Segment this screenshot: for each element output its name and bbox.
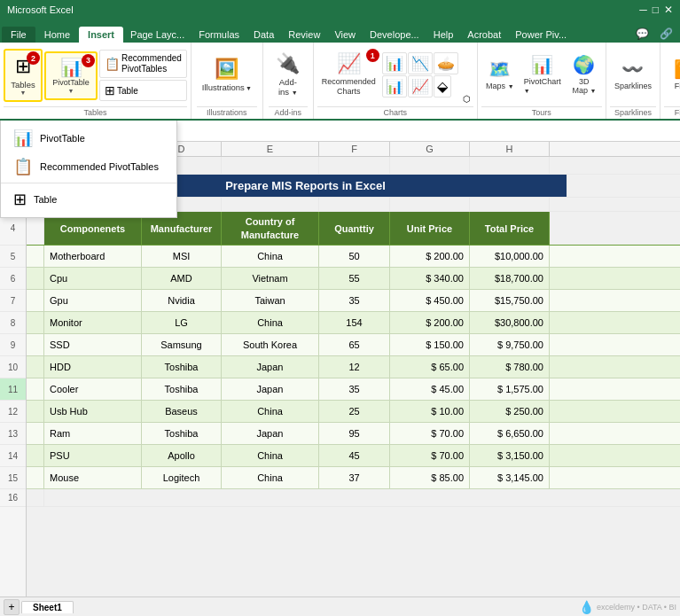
cell-unit-price-15[interactable]: $ 85.00 bbox=[390, 467, 470, 488]
cell-manufacturer-13[interactable]: Toshiba bbox=[142, 423, 222, 444]
tab-home[interactable]: Home bbox=[35, 27, 79, 43]
dropdown-item-recommended-pivottables[interactable]: 📋 Recommended PivotTables bbox=[1, 152, 176, 181]
cell-manufacturer-11[interactable]: Toshiba bbox=[142, 378, 222, 400]
cell-manufacturer-12[interactable]: Baseus bbox=[142, 401, 222, 422]
minimize-icon[interactable]: ─ bbox=[639, 4, 647, 16]
cell-qty-10[interactable]: 12 bbox=[319, 356, 390, 378]
cell-unit-price-10[interactable]: $ 65.00 bbox=[390, 356, 470, 378]
tab-help[interactable]: Help bbox=[426, 27, 461, 43]
cell-unit-price-12[interactable]: $ 10.00 bbox=[390, 401, 470, 422]
cell-country-11[interactable]: Japan bbox=[222, 378, 319, 400]
cell-qty-11[interactable]: 35 bbox=[319, 378, 390, 400]
tab-developer[interactable]: Develope... bbox=[363, 27, 426, 43]
dropdown-item-table[interactable]: ⊞ Table bbox=[1, 185, 176, 214]
cell-total-price-6[interactable]: $18,700.00 bbox=[470, 268, 550, 289]
cell-unit-price-13[interactable]: $ 70.00 bbox=[390, 423, 470, 444]
dialog-launcher-charts[interactable]: ⬡ bbox=[460, 93, 473, 105]
cell-unit-price-8[interactable]: $ 200.00 bbox=[390, 312, 470, 333]
cell-total-price-15[interactable]: $ 3,145.00 bbox=[470, 467, 550, 488]
cell-country-10[interactable]: Japan bbox=[222, 356, 319, 378]
comments-icon[interactable]: 💬 bbox=[630, 25, 654, 43]
cell-qty-13[interactable]: 95 bbox=[319, 423, 390, 444]
cell-total-price-8[interactable]: $30,800.00 bbox=[470, 312, 550, 333]
cell-qty-7[interactable]: 35 bbox=[319, 290, 390, 311]
recommended-charts-button[interactable]: 📈 1 RecommendedCharts bbox=[317, 48, 380, 101]
cell-country-13[interactable]: Japan bbox=[222, 423, 319, 444]
filters-button[interactable]: 🔽 Filters bbox=[664, 48, 680, 101]
tab-power-pivot[interactable]: Power Piv... bbox=[508, 27, 574, 43]
cell-component-12[interactable]: Usb Hub bbox=[44, 401, 142, 422]
maps-button[interactable]: 🗺️ Maps ▼ bbox=[481, 48, 519, 101]
cell-qty-12[interactable]: 25 bbox=[319, 401, 390, 422]
tab-data[interactable]: Data bbox=[246, 27, 281, 43]
tab-formulas[interactable]: Formulas bbox=[191, 27, 246, 43]
cell-manufacturer-15[interactable]: Logitech bbox=[142, 467, 222, 488]
cell-component-13[interactable]: Ram bbox=[44, 423, 142, 444]
cell-country-14[interactable]: China bbox=[222, 445, 319, 466]
tab-acrobat[interactable]: Acrobat bbox=[460, 27, 508, 43]
cell-manufacturer-6[interactable]: AMD bbox=[142, 268, 222, 289]
area-chart-button[interactable]: 📈 bbox=[408, 75, 433, 97]
cell-manufacturer-10[interactable]: Toshiba bbox=[142, 356, 222, 378]
cell-component-14[interactable]: PSU bbox=[44, 445, 142, 466]
cell-manufacturer-5[interactable]: MSI bbox=[142, 246, 222, 267]
maximize-icon[interactable]: □ bbox=[653, 4, 659, 16]
tab-view[interactable]: View bbox=[327, 27, 363, 43]
3dmap-button[interactable]: 🌍 3DMap ▼ bbox=[567, 48, 602, 101]
cell-total-price-9[interactable]: $ 9,750.00 bbox=[470, 334, 550, 355]
tab-review[interactable]: Review bbox=[281, 27, 327, 43]
cell-country-7[interactable]: Taiwan bbox=[222, 290, 319, 311]
new-sheet-button[interactable]: + bbox=[4, 599, 20, 615]
cell-component-8[interactable]: Monitor bbox=[44, 312, 142, 333]
cell-total-price-12[interactable]: $ 250.00 bbox=[470, 401, 550, 422]
cell-component-6[interactable]: Cpu bbox=[44, 268, 142, 289]
dropdown-item-pivottable[interactable]: 📊 PivotTable bbox=[1, 124, 176, 152]
cell-qty-9[interactable]: 65 bbox=[319, 334, 390, 355]
share-icon[interactable]: 🔗 bbox=[654, 25, 678, 43]
cell-total-price-5[interactable]: $10,000.00 bbox=[470, 246, 550, 267]
tab-file[interactable]: File bbox=[2, 27, 35, 43]
cell-manufacturer-9[interactable]: Samsung bbox=[142, 334, 222, 355]
addins-button[interactable]: 🔌 Add-ins ▼ bbox=[269, 48, 308, 101]
cell-unit-price-7[interactable]: $ 450.00 bbox=[390, 290, 470, 311]
cell-component-15[interactable]: Mouse bbox=[44, 467, 142, 488]
cell-qty-5[interactable]: 50 bbox=[319, 246, 390, 267]
recommended-pivottables-button[interactable]: 📋 RecommendedPivotTables bbox=[99, 50, 187, 78]
cell-component-10[interactable]: HDD bbox=[44, 356, 142, 378]
cell-total-price-13[interactable]: $ 6,650.00 bbox=[470, 423, 550, 444]
cell-manufacturer-8[interactable]: LG bbox=[142, 312, 222, 333]
cell-unit-price-14[interactable]: $ 70.00 bbox=[390, 445, 470, 466]
cell-country-12[interactable]: China bbox=[222, 401, 319, 422]
cell-unit-price-5[interactable]: $ 200.00 bbox=[390, 246, 470, 267]
cell-country-5[interactable]: China bbox=[222, 246, 319, 267]
pivottable-button[interactable]: 📊 PivotTable 3 ▼ bbox=[44, 51, 98, 100]
close-icon[interactable]: ✕ bbox=[664, 4, 673, 16]
pivotchart-button[interactable]: 📊 PivotChart ▼ bbox=[520, 48, 565, 101]
cell-manufacturer-14[interactable]: Apollo bbox=[142, 445, 222, 466]
cell-unit-price-9[interactable]: $ 150.00 bbox=[390, 334, 470, 355]
cell-component-7[interactable]: Gpu bbox=[44, 290, 142, 311]
cell-component-11[interactable]: Cooler bbox=[44, 378, 142, 400]
tab-insert[interactable]: Insert bbox=[79, 27, 123, 43]
cell-unit-price-6[interactable]: $ 340.00 bbox=[390, 268, 470, 289]
pie-chart-button[interactable]: 🥧 bbox=[434, 52, 458, 74]
tab-page-layout[interactable]: Page Layc... bbox=[123, 27, 191, 43]
illustrations-button[interactable]: 🖼️ Illustrations▼ bbox=[197, 48, 257, 101]
sheet-tab-sheet1[interactable]: Sheet1 bbox=[21, 601, 74, 613]
cell-country-9[interactable]: South Korea bbox=[222, 334, 319, 355]
cell-country-6[interactable]: Vietnam bbox=[222, 268, 319, 289]
cell-total-price-7[interactable]: $15,750.00 bbox=[470, 290, 550, 311]
cell-qty-6[interactable]: 55 bbox=[319, 268, 390, 289]
table-button[interactable]: ⊞ Table bbox=[99, 80, 187, 101]
cell-qty-8[interactable]: 154 bbox=[319, 312, 390, 333]
scatter-chart-button[interactable]: ⬙ bbox=[434, 75, 451, 97]
cell-total-price-14[interactable]: $ 3,150.00 bbox=[470, 445, 550, 466]
cell-unit-price-11[interactable]: $ 45.00 bbox=[390, 378, 470, 400]
cell-total-price-11[interactable]: $ 1,575.00 bbox=[470, 378, 550, 400]
cell-country-15[interactable]: China bbox=[222, 467, 319, 488]
cell-manufacturer-7[interactable]: Nvidia bbox=[142, 290, 222, 311]
column-chart-button[interactable]: 📊 bbox=[382, 52, 407, 74]
cell-component-9[interactable]: SSD bbox=[44, 334, 142, 355]
line-chart-button[interactable]: 📉 bbox=[408, 52, 433, 74]
cell-component-5[interactable]: Motherboard bbox=[44, 246, 142, 267]
